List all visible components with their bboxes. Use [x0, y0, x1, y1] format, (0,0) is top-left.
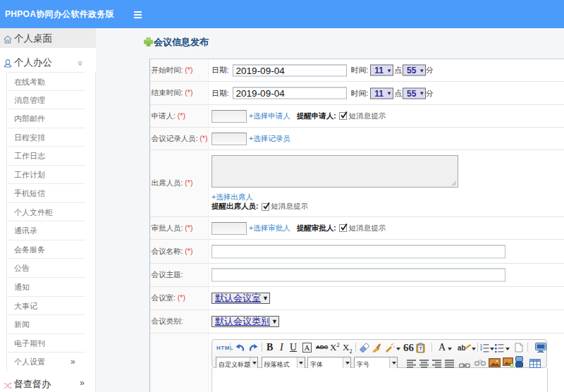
svg-text:2: 2	[480, 347, 482, 351]
svg-text:T: T	[419, 346, 423, 351]
